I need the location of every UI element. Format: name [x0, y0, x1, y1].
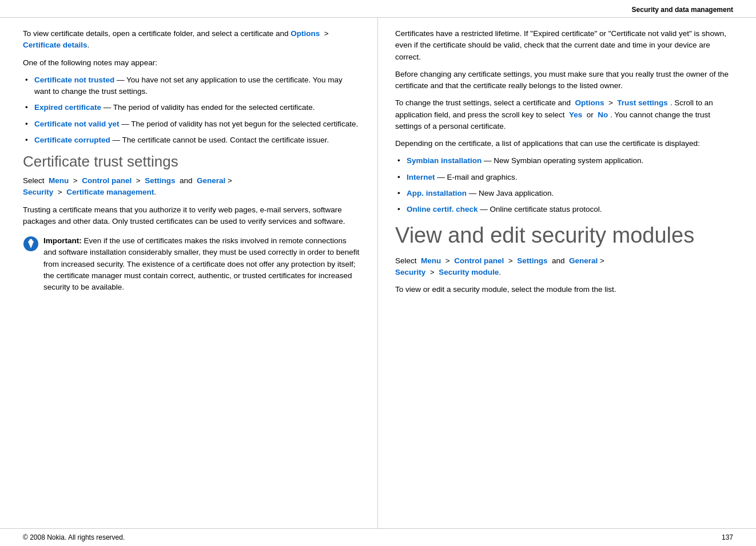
security-module-link[interactable]: Security module [439, 268, 499, 276]
main-content: To view certificate details, open a cert… [0, 18, 756, 528]
menu-link[interactable]: Menu [49, 176, 69, 185]
internet-link[interactable]: Internet [407, 173, 435, 181]
trust-settings-nav: Select Menu > Control panel > Settings a… [23, 175, 360, 199]
apps-list-para: Depending on the certificate, a list of … [395, 138, 733, 149]
cert-lifetime-para: Certificates have a restricted lifetime.… [395, 28, 733, 63]
cert-not-trusted-link[interactable]: Certificate not trusted [34, 76, 114, 84]
left-column: To view certificate details, open a cert… [0, 18, 378, 528]
right-menu-link[interactable]: Menu [421, 256, 441, 265]
symbian-install-link[interactable]: Symbian installation [407, 156, 482, 165]
right-column: Certificates have a restricted lifetime.… [378, 18, 756, 528]
online-certif-check-link[interactable]: Online certif. check [407, 205, 478, 213]
list-item: Symbian installation — New Symbian opera… [395, 155, 733, 167]
list-item: Internet — E-mail and graphics. [395, 172, 733, 183]
cert-mgmt-link[interactable]: Certificate management [66, 188, 154, 196]
cert-not-valid-link[interactable]: Certificate not valid yet [34, 120, 120, 128]
view-edit-para: To view or edit a security module, selec… [395, 284, 733, 295]
list-item: Certificate not trusted — You have not s… [23, 74, 360, 98]
page-header: Security and data management [0, 0, 756, 18]
list-item: App. installation — New Java application… [395, 188, 733, 199]
svg-point-1 [30, 239, 33, 242]
expired-cert-link[interactable]: Expired certificate [34, 103, 101, 112]
view-edit-section-title: View and edit security modules [395, 223, 733, 248]
important-box: Important: Even if the use of certificat… [23, 235, 360, 293]
certificate-notes-list: Certificate not trusted — You have not s… [23, 74, 360, 146]
trust-settings-para: To change the trust settings, select a c… [395, 97, 733, 132]
yes-link[interactable]: Yes [569, 110, 582, 119]
right-control-panel-link[interactable]: Control panel [454, 256, 504, 265]
security-link[interactable]: Security [23, 188, 53, 196]
list-item: Online certif. check — Online certificat… [395, 204, 733, 215]
right-general-link[interactable]: General [569, 256, 598, 265]
app-install-link[interactable]: App. installation [407, 189, 467, 197]
cert-settings-para: Before changing any certificate settings… [395, 69, 733, 92]
view-edit-nav: Select Menu > Control panel > Settings a… [395, 255, 733, 279]
copyright: © 2008 Nokia. All rights reserved. [23, 533, 125, 541]
settings-link[interactable]: Settings [145, 176, 175, 185]
options-link[interactable]: Options [291, 29, 320, 38]
important-icon [23, 236, 39, 252]
right-security-link[interactable]: Security [395, 268, 425, 276]
cert-details-link[interactable]: Certificate details [23, 41, 87, 49]
cert-corrupted-link[interactable]: Certificate corrupted [34, 136, 110, 144]
important-text: Important: Even if the use of certificat… [43, 235, 360, 293]
right-settings-link[interactable]: Settings [517, 256, 547, 265]
intro-paragraph: To view certificate details, open a cert… [23, 28, 360, 52]
list-item: Certificate not valid yet — The period o… [23, 118, 360, 130]
cert-trust-section-title: Certificate trust settings [23, 153, 360, 171]
control-panel-link[interactable]: Control panel [82, 176, 132, 185]
notes-intro: One of the following notes may appear: [23, 57, 360, 69]
page: Security and data management To view cer… [0, 0, 756, 546]
general-link[interactable]: General [197, 176, 225, 185]
list-item: Expired certificate — The period of vali… [23, 102, 360, 113]
page-footer: © 2008 Nokia. All rights reserved. 137 [0, 528, 756, 546]
list-item: Certificate corrupted — The certificate … [23, 134, 360, 146]
trust-paragraph: Trusting a certificate means that you au… [23, 204, 360, 228]
no-link[interactable]: No [598, 110, 608, 119]
page-number: 137 [722, 533, 733, 541]
app-list: Symbian installation — New Symbian opera… [395, 155, 733, 215]
right-options-link[interactable]: Options [575, 98, 604, 107]
header-title: Security and data management [632, 6, 733, 14]
trust-settings-link[interactable]: Trust settings [617, 98, 668, 107]
